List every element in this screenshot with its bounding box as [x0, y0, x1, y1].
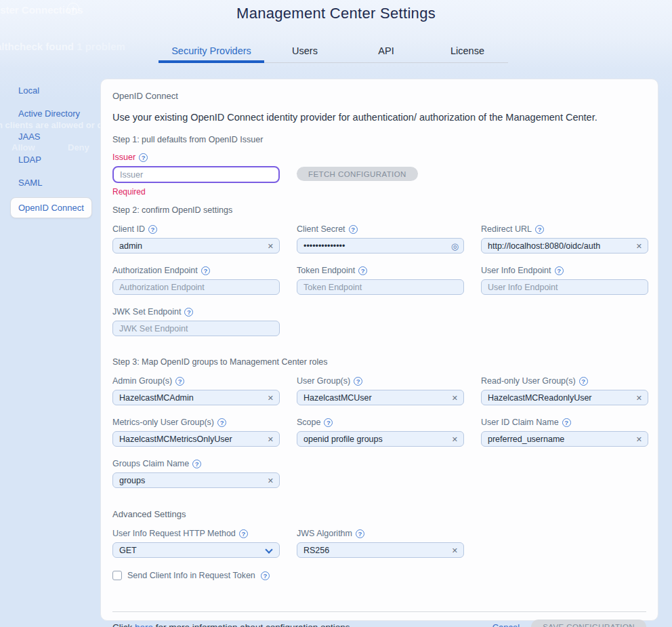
issuer-input[interactable] [112, 166, 280, 183]
cancel-button[interactable]: Cancel [492, 622, 520, 627]
security-provider-sidebar: Local Active Directory JAAS LDAP SAML Op… [18, 86, 100, 232]
panel-footer: Click here for more information about co… [112, 612, 646, 627]
step2-label: Step 2: confirm OpenID settings [112, 205, 646, 215]
field-groups-claim: Groups Claim Name ? ✕ [112, 459, 280, 488]
sidebar-item-ldap[interactable]: LDAP [18, 155, 100, 164]
client-id-input[interactable] [112, 238, 280, 254]
help-icon[interactable]: ? [579, 377, 588, 386]
issuer-required-text: Required [112, 187, 280, 197]
authorization-endpoint-input-wrap [112, 279, 280, 295]
page-title: Management Center Settings [0, 5, 672, 22]
jwk-set-endpoint-input-wrap [112, 321, 280, 336]
help-icon[interactable]: ? [555, 266, 564, 275]
sidebar-item-openid-connect[interactable]: OpenID Connect [10, 197, 92, 218]
jws-algorithm-label: JWS Algorithm [297, 529, 352, 538]
help-icon[interactable]: ? [175, 377, 184, 386]
scope-input-wrap: ✕ [297, 431, 464, 447]
clear-icon[interactable]: ✕ [452, 393, 458, 402]
field-token-endpoint: Token Endpoint ? [297, 266, 464, 295]
token-endpoint-input[interactable] [297, 279, 464, 295]
help-icon[interactable]: ? [354, 377, 362, 386]
redirect-url-input[interactable] [481, 238, 648, 254]
http-method-label-row: User Info Request HTTP Method ? [112, 529, 280, 538]
client-id-label-row: Client ID ? [112, 224, 280, 234]
token-endpoint-label-row: Token Endpoint ? [297, 266, 464, 275]
http-method-select-wrap [112, 542, 280, 558]
authorization-endpoint-label: Authorization Endpoint [112, 266, 198, 275]
help-icon[interactable]: ? [201, 266, 210, 275]
client-secret-label: Client Secret [297, 224, 345, 234]
tab-security-providers[interactable]: Security Providers [159, 44, 264, 63]
clear-icon[interactable]: ✕ [268, 393, 274, 402]
user-groups-input[interactable] [297, 390, 464, 405]
user-groups-input-wrap: ✕ [297, 390, 464, 405]
send-client-info-checkbox[interactable] [112, 571, 122, 580]
help-icon[interactable]: ? [184, 308, 193, 317]
footer-actions: Cancel SAVE CONFIGURATION [492, 620, 646, 627]
tab-license[interactable]: License [427, 44, 508, 62]
metrics-groups-label-row: Metrics-only User Group(s) ? [112, 418, 280, 427]
groups-claim-input[interactable] [112, 472, 280, 488]
issuer-label: Issuer [112, 153, 135, 162]
groups-claim-label: Groups Claim Name [112, 459, 189, 468]
readonly-groups-label-row: Read-only User Group(s) ? [481, 376, 648, 386]
sidebar-item-local[interactable]: Local [18, 86, 100, 95]
user-id-claim-label-row: User ID Claim Name ? [481, 418, 648, 427]
readonly-groups-input[interactable] [481, 390, 648, 405]
help-icon[interactable]: ? [139, 153, 148, 162]
jws-algorithm-input[interactable] [297, 542, 464, 558]
issuer-input-wrap [112, 166, 280, 183]
help-icon[interactable]: ? [535, 225, 544, 234]
http-method-select[interactable] [112, 542, 280, 558]
client-id-label: Client ID [112, 224, 145, 234]
field-client-id: Client ID ? ✕ [112, 224, 280, 254]
scope-input[interactable] [297, 431, 464, 447]
clear-icon[interactable]: ✕ [452, 546, 458, 554]
help-icon[interactable]: ? [217, 418, 226, 427]
clear-icon[interactable]: ✕ [452, 434, 458, 443]
jwk-set-endpoint-input[interactable] [112, 321, 280, 336]
help-icon[interactable]: ? [239, 529, 248, 538]
field-scope: Scope ? ✕ [297, 418, 464, 447]
admin-groups-label: Admin Group(s) [112, 376, 172, 386]
help-icon[interactable]: ? [148, 225, 157, 234]
fetch-configuration-button[interactable]: FETCH CONFIGURATION [297, 167, 418, 181]
clear-icon[interactable]: ✕ [268, 241, 274, 250]
sidebar-item-jaas[interactable]: JAAS [18, 132, 100, 141]
user-info-endpoint-input-wrap [481, 279, 648, 295]
authorization-endpoint-label-row: Authorization Endpoint ? [112, 266, 280, 275]
user-id-claim-input[interactable] [481, 431, 648, 447]
clear-icon[interactable]: ✕ [636, 434, 642, 443]
metrics-groups-input-wrap: ✕ [112, 431, 280, 447]
client-secret-input-wrap: ◎ [297, 238, 464, 254]
client-secret-input[interactable] [297, 238, 464, 254]
footer-here-link[interactable]: here [135, 622, 153, 627]
send-client-info-label: Send Client Info in Request Token [127, 571, 255, 580]
clear-icon[interactable]: ✕ [636, 241, 642, 250]
clear-icon[interactable]: ✕ [636, 393, 642, 402]
help-icon[interactable]: ? [358, 266, 367, 275]
user-id-claim-label: User ID Claim Name [481, 418, 559, 427]
clear-icon[interactable]: ✕ [268, 434, 274, 443]
help-icon[interactable]: ? [562, 418, 571, 427]
user-info-endpoint-label: User Info Endpoint [481, 266, 551, 275]
help-icon[interactable]: ? [261, 571, 270, 580]
save-configuration-button[interactable]: SAVE CONFIGURATION [531, 620, 646, 627]
field-user-info-endpoint: User Info Endpoint ? [481, 266, 648, 295]
user-info-endpoint-input[interactable] [481, 279, 648, 295]
metrics-groups-input[interactable] [112, 431, 280, 447]
sidebar-item-active-directory[interactable]: Active Directory [18, 109, 100, 118]
help-icon[interactable]: ? [324, 418, 333, 427]
tab-users[interactable]: Users [264, 44, 345, 62]
sidebar-item-saml[interactable]: SAML [18, 178, 100, 187]
authorization-endpoint-input[interactable] [112, 279, 280, 295]
help-icon[interactable]: ? [349, 225, 358, 234]
field-issuer: Issuer ? Required [112, 153, 280, 197]
eye-icon[interactable]: ◎ [451, 241, 459, 250]
tab-api[interactable]: API [345, 44, 427, 62]
fetch-configuration-cell: FETCH CONFIGURATION [297, 153, 464, 197]
help-icon[interactable]: ? [192, 460, 201, 468]
admin-groups-input[interactable] [112, 390, 280, 405]
clear-icon[interactable]: ✕ [268, 476, 274, 485]
help-icon[interactable]: ? [356, 529, 364, 538]
